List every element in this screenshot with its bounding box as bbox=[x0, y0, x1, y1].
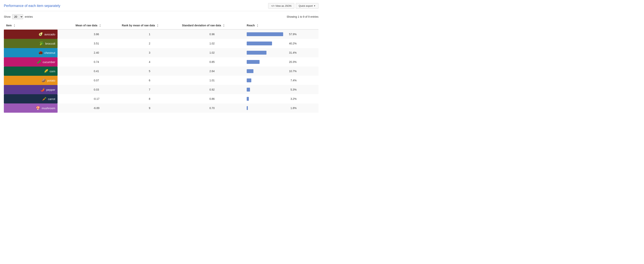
reach-percent: 7.4% bbox=[287, 79, 296, 82]
table-row: 🌰chestnut2.4031.0231.4% bbox=[4, 48, 318, 57]
item-icon: 🥒 bbox=[37, 60, 41, 64]
item-name: chestnut bbox=[44, 51, 55, 54]
mean-cell: 0.07 bbox=[73, 76, 120, 85]
item-icon: 🥕 bbox=[42, 97, 46, 101]
std-cell: 2.64 bbox=[180, 67, 244, 76]
mean-cell: 0.03 bbox=[73, 85, 120, 94]
item-cell: 🌽corn bbox=[4, 67, 73, 76]
table-row: 🥒cucumber0.7440.8520.3% bbox=[4, 57, 318, 67]
chevron-down-icon: ▼ bbox=[314, 5, 316, 7]
col-label-reach: Reach bbox=[247, 24, 255, 27]
reach-percent: 20.3% bbox=[287, 60, 296, 63]
rank-cell: 5 bbox=[120, 67, 180, 76]
item-cell: 🥕carrot bbox=[4, 94, 73, 103]
reach-bar bbox=[247, 69, 254, 73]
reach-percent: 10.7% bbox=[287, 70, 296, 73]
entries-label: entries bbox=[25, 15, 33, 18]
reach-bar-container bbox=[247, 69, 285, 73]
table-row: 🌶️pepper0.0370.925.3% bbox=[4, 85, 318, 94]
table-row: 🥦broccoli3.5121.0240.2% bbox=[4, 39, 318, 48]
col-header-std[interactable]: Standard deviation of raw data ▲▼ bbox=[180, 22, 244, 29]
sort-arrows-std: ▲▼ bbox=[223, 24, 225, 27]
sort-arrows-mean: ▲▼ bbox=[99, 24, 101, 27]
item-name: potato bbox=[47, 79, 55, 82]
item-icon: 🍄 bbox=[36, 106, 40, 110]
item-name: cucumber bbox=[42, 60, 55, 64]
item-icon: 🌶️ bbox=[40, 87, 45, 92]
mean-cell: 0.74 bbox=[73, 57, 120, 67]
reach-cell: 5.3% bbox=[244, 85, 318, 94]
reach-bar bbox=[247, 42, 272, 45]
table-body: 🥑avocado3.8610.9657.9%🥦broccoli3.5121.02… bbox=[4, 29, 318, 113]
table-header-row: Item ▲▼ Mean of raw data ▲▼ Rank by mean… bbox=[4, 22, 318, 29]
rank-cell: 2 bbox=[120, 39, 180, 48]
rank-cell: 6 bbox=[120, 76, 180, 85]
reach-bar bbox=[247, 78, 251, 82]
reach-cell: 40.2% bbox=[244, 39, 318, 48]
item-cell: 🥔potato bbox=[4, 76, 73, 85]
reach-percent: 57.9% bbox=[287, 33, 296, 36]
item-name: avocado bbox=[44, 33, 55, 36]
mean-cell: 2.40 bbox=[73, 48, 120, 57]
show-entries: Show 10 20 50 100 entries bbox=[4, 14, 33, 19]
mean-cell: 0.41 bbox=[73, 67, 120, 76]
item-icon: 🌽 bbox=[44, 69, 48, 73]
reach-bar bbox=[247, 32, 283, 36]
rank-cell: 3 bbox=[120, 48, 180, 57]
entries-info: Showing 1 to 9 of 9 entries bbox=[286, 15, 318, 18]
reach-cell: 7.4% bbox=[244, 76, 318, 85]
reach-cell: 10.7% bbox=[244, 67, 318, 76]
rank-cell: 8 bbox=[120, 94, 180, 103]
reach-percent: 31.4% bbox=[287, 51, 296, 54]
item-cell: 🥦broccoli bbox=[4, 39, 73, 48]
rank-cell: 4 bbox=[120, 57, 180, 67]
col-header-item[interactable]: Item ▲▼ bbox=[4, 22, 73, 29]
reach-bar-container bbox=[247, 60, 285, 64]
col-label-std: Standard deviation of raw data bbox=[182, 24, 221, 27]
view-json-button[interactable]: </> View as JSON bbox=[268, 3, 294, 9]
show-label: Show bbox=[4, 15, 10, 18]
reach-cell: 20.3% bbox=[244, 57, 318, 67]
reach-percent: 5.3% bbox=[287, 88, 296, 91]
item-icon: 🥦 bbox=[40, 41, 44, 46]
reach-cell: 57.9% bbox=[244, 29, 318, 39]
reach-bar bbox=[247, 51, 266, 55]
table-row: 🥑avocado3.8610.9657.9% bbox=[4, 29, 318, 39]
table-row: 🥕carrot-0.1780.863.2% bbox=[4, 94, 318, 103]
item-cell: 🌶️pepper bbox=[4, 85, 73, 94]
col-header-rank[interactable]: Rank by mean of raw data ▲▼ bbox=[120, 22, 180, 29]
quick-export-button[interactable]: Quick export ▼ bbox=[296, 3, 318, 9]
sort-arrows-rank: ▲▼ bbox=[157, 24, 159, 27]
reach-percent: 40.2% bbox=[287, 42, 296, 45]
item-icon: 🥑 bbox=[38, 32, 43, 36]
mean-cell: -6.89 bbox=[73, 103, 120, 113]
reach-percent: 1.8% bbox=[287, 106, 296, 110]
item-name: broccoli bbox=[45, 42, 55, 45]
sort-arrows-reach: ▲▼ bbox=[257, 24, 258, 27]
reach-cell: 1.8% bbox=[244, 103, 318, 113]
reach-bar-container bbox=[247, 41, 285, 46]
quick-export-label: Quick export bbox=[299, 5, 313, 7]
col-header-reach[interactable]: Reach ▲▼ bbox=[244, 22, 318, 29]
mean-cell: 3.51 bbox=[73, 39, 120, 48]
item-icon: 🌰 bbox=[38, 51, 43, 55]
sort-arrows-item: ▲▼ bbox=[14, 24, 15, 27]
col-label-mean: Mean of raw data bbox=[76, 24, 98, 27]
std-cell: 0.96 bbox=[180, 29, 244, 39]
mean-cell: -0.17 bbox=[73, 94, 120, 103]
col-header-mean[interactable]: Mean of raw data ▲▼ bbox=[73, 22, 120, 29]
reach-bar bbox=[247, 88, 250, 91]
reach-bar-container bbox=[247, 106, 285, 110]
item-icon: 🥔 bbox=[42, 78, 46, 82]
top-actions: </> View as JSON Quick export ▼ bbox=[268, 3, 318, 9]
reach-bar bbox=[247, 106, 248, 110]
reach-percent: 3.2% bbox=[287, 97, 296, 100]
col-label-rank: Rank by mean of raw data bbox=[122, 24, 155, 27]
item-name: pepper bbox=[46, 88, 55, 91]
entries-select[interactable]: 10 20 50 100 bbox=[12, 14, 23, 19]
item-cell: 🥑avocado bbox=[4, 29, 73, 39]
reach-bar-container bbox=[247, 97, 285, 101]
reach-bar-container bbox=[247, 32, 285, 36]
std-cell: 0.86 bbox=[180, 94, 244, 103]
top-bar: Performance of each item separately </> … bbox=[4, 3, 318, 11]
